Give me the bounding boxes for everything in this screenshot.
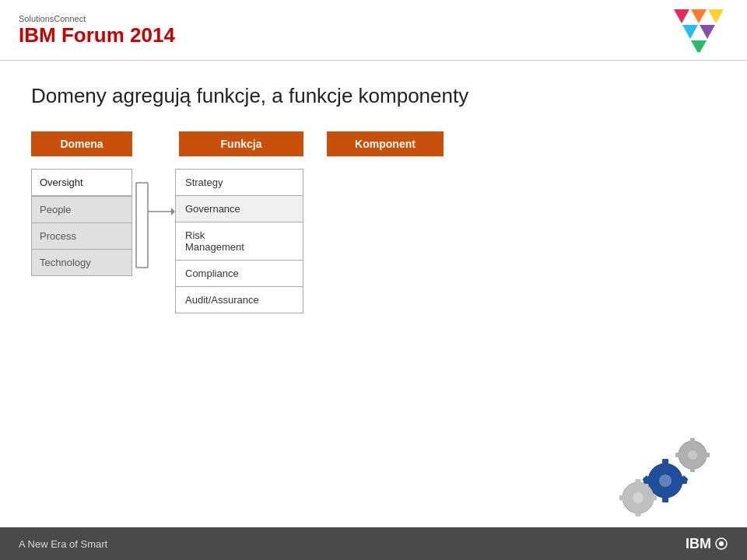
column-header-funkcja: Funkcja [179,131,303,156]
gear-image-area [615,436,716,521]
ibm-forum-label: IBM Forum 2014 [19,23,175,47]
svg-marker-4 [700,25,715,39]
domain-column: Oversight People Process Technology [31,169,132,276]
funkcja-item-compliance: Compliance [175,260,303,286]
footer: A New Era of Smart IBM [0,527,747,560]
gear-top-right [675,438,710,472]
svg-rect-25 [703,453,710,457]
svg-rect-24 [675,453,682,457]
svg-rect-14 [662,459,668,467]
svg-rect-23 [690,466,695,472]
domain-item-process: Process [31,222,132,249]
domain-item-technology: Technology [31,249,132,276]
column-header-domena: Domena [31,131,132,156]
funkcja-column: Strategy Governance RiskManagement Compl… [175,169,303,313]
bracket-connector [132,169,175,313]
svg-marker-2 [708,9,724,23]
column-header-komponent: Komponent [327,131,444,156]
svg-rect-15 [662,495,668,502]
svg-point-33 [719,541,724,546]
svg-rect-28 [636,479,641,485]
data-row: Oversight People Process Technology Stra [31,169,716,313]
solutions-connect-label: SolutionsConnect [19,14,175,23]
forum-year-label: Forum 2014 [61,23,175,47]
domain-item-oversight: Oversight [31,169,132,196]
svg-rect-29 [636,510,641,516]
svg-marker-1 [691,9,707,23]
ibm-label: IBM [19,23,61,47]
svg-rect-30 [619,495,626,501]
svg-marker-3 [682,25,698,39]
ibm-gear-icon [714,537,728,551]
funkcja-item-risk: RiskManagement [175,222,303,260]
funkcja-item-audit: Audit/Assurance [175,286,303,313]
funkcja-item-strategy: Strategy [175,169,303,195]
svg-point-27 [633,492,644,503]
main-content: Domeny agregują funkcje, a funkcje kompo… [0,61,747,329]
column-headers-row: Domena Funkcja Komponent [31,131,716,156]
svg-marker-11 [171,208,175,215]
bracket-svg [132,169,175,282]
svg-marker-5 [691,40,707,52]
page-title: Domeny agregują funkcje, a funkcje kompo… [31,84,716,108]
footer-tagline: A New Era of Smart [19,538,107,550]
header: SolutionsConnect IBM Forum 2014 [0,0,747,61]
svg-rect-31 [651,495,657,501]
domain-item-people: People [31,196,132,222]
svg-rect-22 [690,438,695,444]
logo-area: SolutionsConnect IBM Forum 2014 [19,14,175,47]
ibm-triangles-logo [666,9,728,52]
svg-point-13 [659,474,672,487]
funkcja-item-governance: Governance [175,195,303,222]
svg-marker-0 [674,9,689,23]
footer-ibm: IBM [686,536,728,552]
svg-point-21 [688,450,697,460]
gears-svg [615,436,716,521]
triangles-svg [666,9,728,52]
footer-ibm-label: IBM [686,536,711,552]
